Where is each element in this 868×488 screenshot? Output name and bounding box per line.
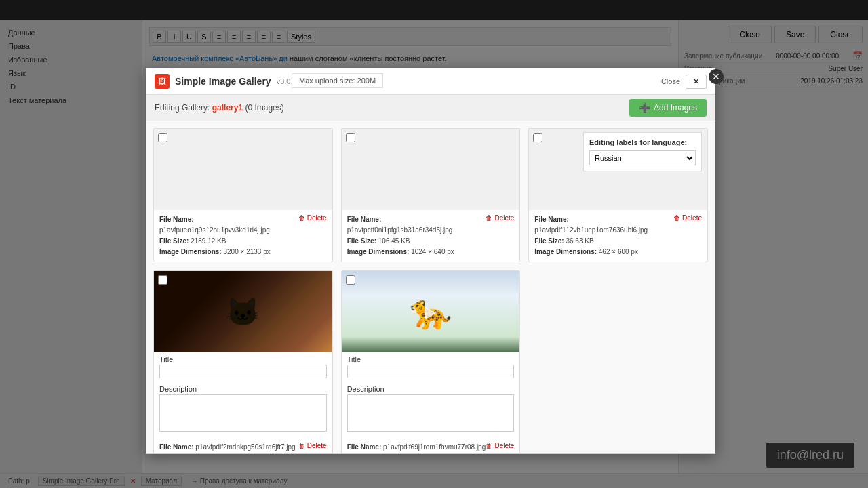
- modal-header-right: Close ✕: [661, 75, 707, 89]
- app-icon: 🖼: [155, 74, 170, 89]
- gallery-item-3-dimensions: Image Dimensions: 462 × 600 px: [534, 247, 673, 258]
- gallery-item-4-filesize: File Size: 85.33 KB: [159, 453, 296, 453]
- gallery-item-4-desc-group: Description: [154, 382, 332, 438]
- gallery-item-3-checkbox[interactable]: [533, 133, 542, 142]
- delete-icon-5: 🗑: [486, 442, 492, 449]
- modal-close-label: Close: [661, 77, 680, 85]
- gallery-item-1-image: [154, 129, 332, 210]
- gallery-item-5-image: [342, 271, 520, 352]
- gallery-item-5-filename: File Name: p1avfpdif69j1rom1fhvmu77r08.j…: [347, 442, 486, 453]
- delete-icon-1: 🗑: [298, 214, 305, 222]
- add-images-button[interactable]: ➕ Add Images: [629, 99, 707, 117]
- gallery-item-1-info-row: File Name: p1avfpueo1q9s12ou1pvv3kd1ri4j…: [159, 214, 327, 258]
- gallery-item-4-checkbox[interactable]: [158, 275, 167, 285]
- gallery-item-3-info: File Name: p1avfpdif112vb1uep1om7636ubl6…: [529, 210, 707, 262]
- gallery-item-2-dimensions: Image Dimensions: 1024 × 640 px: [347, 247, 486, 258]
- gallery-item-2-filesize: File Size: 106.45 KB: [347, 236, 486, 247]
- gallery-item-3-info-row: File Name: p1avfpdif112vb1uep1om7636ubl6…: [534, 214, 702, 258]
- editing-bar: Editing Gallery: gallery1 (0 Images) ➕ A…: [146, 95, 715, 121]
- gallery-item-3-delete-button[interactable]: 🗑 Delete: [673, 214, 702, 222]
- gallery-item-4-filename: File Name: p1avfpdif2mdnkpg50s1rq6jft7.j…: [159, 442, 296, 453]
- gallery-item-5-title-group: Title: [342, 352, 520, 382]
- gallery-item-4-delete-button[interactable]: 🗑 Delete: [298, 442, 327, 449]
- gallery-item-4-image-wrapper: [154, 271, 332, 352]
- modal-header: 🖼 Simple Image Gallery v3.0.0 Close ✕: [146, 68, 715, 95]
- add-images-plus-icon: ➕: [639, 102, 650, 113]
- delete-icon-2: 🗑: [486, 214, 492, 222]
- gallery-item-2-info: File Name: p1avfpctf0ni1pfg1sb31a6r34d5j…: [342, 210, 520, 262]
- editing-image-count: (0 Images): [245, 103, 283, 113]
- gallery-item-4-desc-label: Description: [159, 385, 327, 393]
- add-images-label: Add Images: [654, 103, 697, 113]
- gallery-item-4-info-row: File Name: p1avfpdif2mdnkpg50s1rq6jft7.j…: [159, 442, 327, 453]
- gallery-item-4-file-info: File Name: p1avfpdif2mdnkpg50s1rq6jft7.j…: [159, 442, 296, 453]
- gallery-item-1-file-info: File Name: p1avfpueo1q9s12ou1pvv3kd1ri4j…: [159, 214, 298, 258]
- upload-size-banner: Max upload size: 200M: [292, 73, 383, 88]
- gallery-item-2-info-row: File Name: p1avfpctf0ni1pfg1sb31a6r34d5j…: [347, 214, 515, 258]
- gallery-item-3-filesize: File Size: 36.63 KB: [534, 236, 673, 247]
- modal-close-button[interactable]: ✕: [686, 75, 707, 89]
- gallery-modal: 🖼 Simple Image Gallery v3.0.0 Close ✕ Ed…: [146, 68, 715, 454]
- gallery-item-2-image-wrapper: [342, 129, 520, 210]
- gallery-grid: File Name: p1avfpueo1q9s12ou1pvv3kd1ri4j…: [153, 128, 708, 453]
- delete-label-5: Delete: [494, 442, 514, 449]
- gallery-item-5-file-info: File Name: p1avfpdif69j1rom1fhvmu77r08.j…: [347, 442, 486, 453]
- gallery-item-3-filename: File Name: p1avfpdif112vb1uep1om7636ubl6…: [534, 214, 673, 236]
- delete-icon-3: 🗑: [673, 214, 680, 222]
- gallery-item-5: ▶ Title Description File Name: p1avfpdif…: [341, 270, 521, 453]
- gallery-item-1-filename: File Name: p1avfpueo1q9s12ou1pvv3kd1ri4j…: [159, 214, 298, 236]
- app-icon-symbol: 🖼: [158, 77, 166, 86]
- gallery-item-2-image: [342, 129, 520, 210]
- editing-gallery-name: gallery1: [212, 103, 243, 113]
- modal-top-close-button[interactable]: ✕: [709, 69, 724, 84]
- gallery-item-4-title-label: Title: [159, 355, 327, 363]
- gallery-item-2-delete-button[interactable]: 🗑 Delete: [486, 214, 514, 222]
- gallery-item-4-title-group: Title: [154, 352, 332, 382]
- gallery-item-5-checkbox[interactable]: [346, 275, 355, 285]
- gallery-item-5-desc-textarea[interactable]: [347, 394, 515, 432]
- modal-app-title: Simple Image Gallery: [175, 76, 271, 87]
- gallery-item-1: File Name: p1avfpueo1q9s12ou1pvv3kd1ri4j…: [153, 128, 333, 262]
- delete-label-1: Delete: [307, 214, 327, 222]
- labels-title: Editing labels for language:: [589, 138, 696, 146]
- gallery-item-4: Title Description File Name: p1avfpdif2m…: [153, 270, 333, 453]
- gallery-item-1-image-wrapper: [154, 129, 332, 210]
- gallery-item-5-delete-button[interactable]: 🗑 Delete: [486, 442, 514, 449]
- delete-label-2: Delete: [494, 214, 514, 222]
- gallery-item-5-title-label: Title: [347, 355, 515, 363]
- labels-editing-panel: Editing labels for language: Russian: [583, 132, 702, 171]
- gallery-item-1-checkbox[interactable]: [158, 133, 167, 142]
- delete-label-4: Delete: [307, 442, 327, 449]
- modal-header-left: 🖼 Simple Image Gallery v3.0.0: [155, 74, 297, 89]
- gallery-item-3-file-info: File Name: p1avfpdif112vb1uep1om7636ubl6…: [534, 214, 673, 258]
- gallery-item-5-info: File Name: p1avfpdif69j1rom1fhvmu77r08.j…: [342, 438, 520, 453]
- gallery-item-5-desc-label: Description: [347, 385, 515, 393]
- editing-info: Editing Gallery: gallery1 (0 Images): [155, 103, 284, 113]
- editing-prefix: Editing Gallery:: [155, 103, 210, 113]
- gallery-item-5-desc-group: Description: [342, 382, 520, 438]
- gallery-item-4-info: File Name: p1avfpdif2mdnkpg50s1rq6jft7.j…: [154, 438, 332, 453]
- delete-icon-4: 🗑: [298, 442, 305, 449]
- gallery-item-2: File Name: p1avfpctf0ni1pfg1sb31a6r34d5j…: [341, 128, 521, 262]
- delete-label-3: Delete: [682, 214, 702, 222]
- upload-size-text: Max upload size: 200M: [299, 77, 376, 85]
- language-select[interactable]: Russian: [589, 150, 696, 165]
- gallery-item-5-info-row: File Name: p1avfpdif69j1rom1fhvmu77r08.j…: [347, 442, 515, 453]
- gallery-item-2-checkbox[interactable]: [346, 133, 355, 142]
- gallery-item-2-file-info: File Name: p1avfpctf0ni1pfg1sb31a6r34d5j…: [347, 214, 486, 258]
- gallery-item-5-filesize: File Size: 947.56 KB: [347, 453, 486, 453]
- gallery-item-5-title-input[interactable]: [347, 365, 515, 378]
- gallery-item-5-image-wrapper: ▶: [342, 271, 520, 352]
- gallery-item-2-filename: File Name: p1avfpctf0ni1pfg1sb31a6r34d5j…: [347, 214, 486, 236]
- gallery-item-4-title-input[interactable]: [159, 365, 327, 378]
- gallery-item-4-desc-textarea[interactable]: [159, 394, 327, 432]
- gallery-item-1-delete-button[interactable]: 🗑 Delete: [298, 214, 327, 222]
- gallery-item-1-filesize: File Size: 2189.12 KB: [159, 236, 298, 247]
- gallery-item-1-info: File Name: p1avfpueo1q9s12ou1pvv3kd1ri4j…: [154, 210, 332, 262]
- gallery-item-1-dimensions: Image Dimensions: 3200 × 2133 px: [159, 247, 298, 258]
- gallery-item-4-image: [154, 271, 332, 352]
